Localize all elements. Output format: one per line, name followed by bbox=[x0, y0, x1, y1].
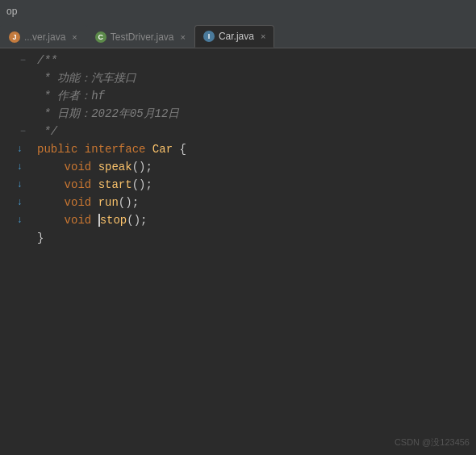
code-line-5: */ bbox=[37, 123, 476, 140]
fold-arrow-5: − bbox=[20, 126, 26, 137]
paren-start: (); bbox=[132, 178, 152, 191]
space-3 bbox=[91, 161, 98, 173]
down-arrow-9: ↓ bbox=[17, 197, 23, 208]
keyword-public: public bbox=[37, 143, 77, 156]
tab-bar: J ...ver.java × C TestDriver.java × I Ca… bbox=[0, 23, 476, 48]
tab-label-testdriver: TestDriver.java bbox=[111, 31, 174, 43]
paren-run: (); bbox=[119, 196, 139, 209]
gutter-arrow-9: ↓ bbox=[10, 194, 26, 211]
closing-brace: } bbox=[37, 232, 44, 244]
tab-testdriver[interactable]: C TestDriver.java × bbox=[86, 25, 194, 48]
code-line-8: void start (); bbox=[37, 176, 476, 194]
comment-date: * 日期：2022年05月12日 bbox=[37, 106, 179, 121]
gutter-line-11 bbox=[10, 229, 26, 247]
code-line-2: * 功能：汽车接口 bbox=[37, 69, 476, 87]
gutter-arrow-8: ↓ bbox=[10, 176, 26, 194]
code-area[interactable]: /** * 功能：汽车接口 * 作者：hf * 日期：2022年05月12日 *… bbox=[31, 48, 476, 455]
gutter-line-4 bbox=[10, 105, 26, 123]
space-2 bbox=[145, 143, 152, 156]
keyword-void-3: void bbox=[65, 196, 92, 209]
tab-icon-testdriver: C bbox=[95, 31, 106, 43]
tab-icon-car: I bbox=[203, 31, 215, 42]
code-line-10: void stop (); bbox=[37, 211, 476, 229]
paren-speak: (); bbox=[132, 161, 152, 173]
code-line-9: void run (); bbox=[37, 194, 476, 211]
tab-driver[interactable]: J ...ver.java × bbox=[0, 25, 86, 48]
comment-open: /** bbox=[37, 54, 57, 67]
paren-stop: (); bbox=[127, 214, 147, 227]
down-arrow-8: ↓ bbox=[17, 179, 23, 190]
gutter-arrow-7: ↓ bbox=[10, 158, 26, 176]
gutter-line-3 bbox=[10, 87, 26, 105]
title-bar: op bbox=[0, 0, 476, 23]
watermark: CSDN @没123456 bbox=[395, 436, 470, 449]
method-stop: stop bbox=[100, 214, 127, 227]
gutter-arrow-6: ↓ bbox=[10, 140, 26, 158]
title-bar-text: op bbox=[6, 6, 17, 17]
gutter-fold-5[interactable]: − bbox=[10, 123, 26, 140]
down-arrow-10: ↓ bbox=[17, 215, 23, 226]
classname-car: Car bbox=[152, 143, 173, 156]
method-start: start bbox=[98, 178, 132, 191]
tab-label-driver: ...ver.java bbox=[24, 31, 65, 43]
gutter-arrow-10: ↓ bbox=[10, 211, 26, 229]
gutter-fold-1[interactable]: − bbox=[10, 52, 26, 69]
comment-func: * 功能：汽车接口 bbox=[37, 71, 136, 86]
space-6 bbox=[91, 214, 98, 227]
method-run: run bbox=[98, 196, 119, 209]
tab-close-car[interactable]: × bbox=[261, 31, 265, 41]
keyword-void-2: void bbox=[65, 178, 92, 191]
main-window: op J ...ver.java × C TestDriver.java × I… bbox=[0, 0, 476, 455]
tab-car[interactable]: I Car.java × bbox=[194, 25, 274, 48]
indent-10 bbox=[37, 214, 65, 227]
fold-arrow-1: − bbox=[20, 55, 26, 66]
code-line-7: void speak (); bbox=[37, 158, 476, 176]
space-5 bbox=[91, 196, 98, 209]
method-speak: speak bbox=[98, 161, 132, 173]
comment-author: * 作者：hf bbox=[37, 89, 105, 103]
space-4 bbox=[91, 178, 98, 191]
keyword-void-1: void bbox=[65, 161, 92, 173]
tab-close-driver[interactable]: × bbox=[72, 32, 77, 42]
code-line-6: public interface Car { bbox=[37, 140, 476, 158]
editor: − − ↓ ↓ ↓ ↓ ↓ bbox=[0, 48, 476, 455]
tab-label-car: Car.java bbox=[219, 31, 254, 42]
indent-8 bbox=[37, 178, 65, 191]
down-arrow-6: ↓ bbox=[17, 144, 23, 155]
open-brace: { bbox=[173, 143, 186, 156]
gutter-line-2 bbox=[10, 69, 26, 87]
code-line-11: } bbox=[37, 229, 476, 247]
down-arrow-7: ↓ bbox=[17, 161, 23, 173]
indent-9 bbox=[37, 196, 65, 209]
indent-7 bbox=[37, 161, 65, 173]
code-line-1: /** bbox=[37, 52, 476, 69]
gutter: − − ↓ ↓ ↓ ↓ ↓ bbox=[0, 48, 31, 455]
tab-close-testdriver[interactable]: × bbox=[181, 32, 186, 42]
code-line-3: * 作者：hf bbox=[37, 87, 476, 105]
tab-icon-driver: J bbox=[9, 31, 20, 43]
keyword-interface: interface bbox=[85, 143, 146, 156]
code-line-4: * 日期：2022年05月12日 bbox=[37, 105, 476, 123]
comment-close: */ bbox=[37, 125, 57, 138]
space-1 bbox=[77, 143, 84, 156]
keyword-void-4: void bbox=[65, 214, 92, 227]
